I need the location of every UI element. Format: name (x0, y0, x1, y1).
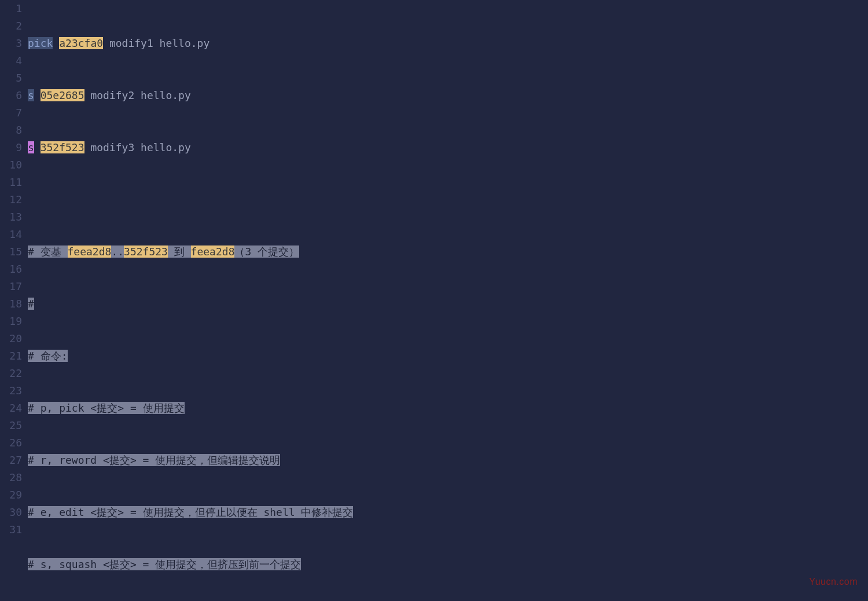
line-number: 18 (0, 295, 22, 313)
commit-message: modify3 hello.py (84, 141, 191, 153)
line-number: 5 (0, 69, 22, 87)
line-number: 31 (0, 521, 22, 538)
line-number: 7 (0, 104, 22, 122)
line-number: 16 (0, 261, 22, 278)
line-number: 14 (0, 226, 22, 243)
code-area[interactable]: pick a23cfa0 modify1 hello.py s 05e2685 … (28, 0, 868, 601)
rebase-line-3[interactable]: s 352f523 modify3 hello.py (28, 139, 868, 156)
rebase-line-1[interactable]: pick a23cfa0 modify1 hello.py (28, 35, 868, 52)
commit-message: modify1 hello.py (103, 37, 209, 49)
line-number: 25 (0, 417, 22, 434)
commit-hash: 05e2685 (41, 89, 84, 101)
line-number: 10 (0, 156, 22, 174)
line-number: 24 (0, 400, 22, 417)
line-number: 9 (0, 139, 22, 156)
line-number: 13 (0, 208, 22, 226)
line-number: 15 (0, 243, 22, 261)
pick-command: pick (28, 37, 53, 49)
comment-line[interactable]: # p, pick <提交> = 使用提交 (28, 400, 868, 417)
line-number: 22 (0, 365, 22, 382)
line-number: 4 (0, 52, 22, 69)
cursor: s (28, 141, 34, 153)
rebase-line-2[interactable]: s 05e2685 modify2 hello.py (28, 87, 868, 104)
commit-message: modify2 hello.py (84, 89, 191, 101)
line-number: 17 (0, 278, 22, 295)
line-number: 28 (0, 469, 22, 486)
line-number: 23 (0, 382, 22, 400)
editor[interactable]: 1234567891011121314151617181920212223242… (0, 0, 868, 601)
line-number: 6 (0, 87, 22, 104)
line-number: 30 (0, 504, 22, 521)
line-number: 11 (0, 174, 22, 191)
line-number: 19 (0, 313, 22, 330)
watermark: Yuucn.com (809, 573, 858, 591)
comment-line[interactable]: # 命令: (28, 347, 868, 365)
comment-line[interactable]: # s, squash <提交> = 使用提交，但挤压到前一个提交 (28, 556, 868, 573)
comment-line[interactable]: # 变基 feea2d8..352f523 到 feea2d8（3 个提交） (28, 243, 868, 261)
line-number: 1 (0, 0, 22, 17)
line-number: 29 (0, 486, 22, 504)
line-number: 3 (0, 35, 22, 52)
squash-command: s (28, 89, 34, 101)
commit-hash: a23cfa0 (59, 37, 103, 49)
line-number: 8 (0, 122, 22, 139)
line-gutter: 1234567891011121314151617181920212223242… (0, 0, 28, 601)
line-number: 12 (0, 191, 22, 208)
line-number: 20 (0, 330, 22, 347)
line-number: 26 (0, 434, 22, 452)
line-number: 27 (0, 452, 22, 469)
empty-line[interactable] (28, 191, 868, 208)
comment-line[interactable]: # e, edit <提交> = 使用提交，但停止以便在 shell 中修补提交 (28, 504, 868, 521)
commit-hash: 352f523 (41, 141, 84, 153)
line-number: 21 (0, 347, 22, 365)
line-number: 2 (0, 17, 22, 35)
comment-line[interactable]: # (28, 295, 868, 313)
comment-line[interactable]: # r, reword <提交> = 使用提交，但编辑提交说明 (28, 452, 868, 469)
